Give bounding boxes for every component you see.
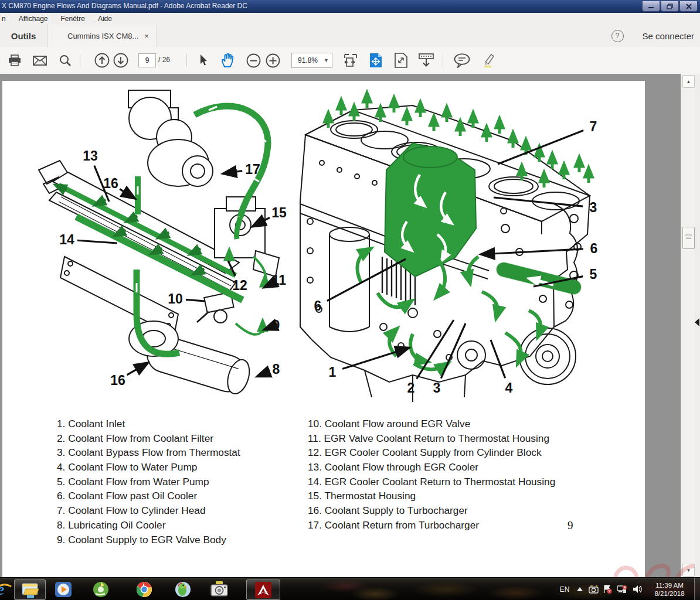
vertical-scrollbar[interactable]: ▲ ▼ xyxy=(681,74,695,577)
legend-right-column: 10. Coolant Flow around EGR Valve11. EGR… xyxy=(308,417,624,533)
zoom-in-button[interactable] xyxy=(264,52,281,69)
reading-mode-icon xyxy=(419,53,434,67)
clock-time: 11:39 AM xyxy=(648,581,691,589)
page-number-input[interactable]: 9 xyxy=(138,53,156,67)
taskbar-icon-acrobat-reader[interactable] xyxy=(246,579,280,600)
svg-text:10: 10 xyxy=(168,291,183,306)
window-titlebar[interactable]: X CM870 Engine Flows And Diagrams Manual… xyxy=(0,0,700,13)
scroll-up-button[interactable]: ▲ xyxy=(682,75,695,88)
hand-tool-button[interactable] xyxy=(219,52,237,69)
email-button[interactable] xyxy=(31,52,49,69)
svg-text:16: 16 xyxy=(103,176,118,191)
coolant-flow-diagram: 13161714151211109816736561234 xyxy=(2,81,645,416)
close-button[interactable] xyxy=(679,1,698,12)
select-tool-button[interactable] xyxy=(195,52,212,69)
legend-item: 16. Coolant Supply to Turbocharger xyxy=(308,503,624,518)
legend-item: 4. Coolant Flow to Water Pump xyxy=(57,460,303,475)
hidden-icons-button[interactable] xyxy=(573,587,586,591)
tab-close-icon[interactable]: × xyxy=(144,32,149,40)
menu-item-fenetre[interactable]: Fenêtre xyxy=(55,13,91,25)
previous-page-button[interactable] xyxy=(93,52,111,69)
svg-text:17: 17 xyxy=(245,162,260,177)
legend-left-column: 1. Coolant Inlet2. Coolant Flow from Coo… xyxy=(57,417,303,547)
taskbar-icon-chrome[interactable] xyxy=(132,579,156,599)
page-up-icon xyxy=(94,53,110,68)
fit-page-icon xyxy=(369,53,382,68)
menu-item-aide[interactable]: Aide xyxy=(91,13,118,25)
minimize-button[interactable] xyxy=(642,1,660,12)
legend-item: 10. Coolant Flow around EGR Valve xyxy=(308,417,624,431)
svg-text:13: 13 xyxy=(83,148,98,163)
svg-text:12: 12 xyxy=(232,278,247,293)
legend-item: 7. Coolant Flow to Cylinder Head xyxy=(57,503,303,518)
screenshot-tool-icon xyxy=(210,581,229,598)
taskbar-icon-media-player[interactable] xyxy=(52,579,75,599)
scroll-down-button[interactable]: ▼ xyxy=(682,564,695,577)
volume-icon[interactable] xyxy=(630,585,645,594)
fit-page-button[interactable] xyxy=(367,52,385,69)
close-icon xyxy=(686,4,692,9)
help-icon[interactable]: ? xyxy=(611,30,624,42)
menu-item-edition[interactable]: n xyxy=(0,13,12,25)
svg-text:5: 5 xyxy=(590,267,597,282)
language-indicator[interactable]: EN xyxy=(556,585,573,594)
taskbar-icon-screenshot-tool[interactable] xyxy=(208,579,231,599)
svg-text:15: 15 xyxy=(271,205,287,220)
page-total-label: / 26 xyxy=(158,53,170,66)
restore-button[interactable] xyxy=(661,1,679,12)
svg-text:e: e xyxy=(0,581,4,598)
comment-button[interactable] xyxy=(453,52,471,69)
svg-text:1: 1 xyxy=(329,364,337,380)
sign-in-link[interactable]: Se connecter xyxy=(643,31,694,41)
taskbar-icon-windows-explorer[interactable] xyxy=(14,579,46,600)
speaker-icon xyxy=(633,585,643,594)
fit-width-button[interactable] xyxy=(342,52,359,69)
acrobat-reader-icon xyxy=(254,581,272,599)
zoom-level-dropdown[interactable]: 91.8% ▼ xyxy=(291,53,332,68)
chrome-icon xyxy=(135,581,153,598)
window-title: X CM870 Engine Flows And Diagrams Manual… xyxy=(2,2,247,10)
highlight-icon xyxy=(480,53,496,68)
zoom-out-button[interactable] xyxy=(244,52,262,69)
chevron-up-icon xyxy=(577,587,583,591)
legend-item: 12. EGR Cooler Coolant Supply from Cylin… xyxy=(308,445,624,460)
show-desktop-button[interactable] xyxy=(694,578,700,600)
restore-icon xyxy=(667,4,673,9)
parrot-app-icon xyxy=(174,581,192,598)
document-area: 13161714151211109816736561234 1. Coolant… xyxy=(0,74,700,577)
media-player-icon xyxy=(55,581,72,598)
tab-document[interactable]: Cummins ISX CM8... × xyxy=(47,25,157,47)
tab-tools[interactable]: Outils xyxy=(0,25,47,47)
highlight-button[interactable] xyxy=(479,52,497,69)
tab-bar: Outils Cummins ISX CM8... × ? Se connect… xyxy=(0,25,700,47)
taskbar-icon-parrot-app[interactable] xyxy=(171,579,195,599)
menu-item-affichage[interactable]: Affichage xyxy=(12,13,55,25)
search-button[interactable] xyxy=(56,52,74,69)
taskbar-icon-internet-explorer[interactable]: e xyxy=(0,579,15,599)
legend-item: 3. Coolant Bypass Flow from Thermostat xyxy=(57,445,303,460)
svg-text:16: 16 xyxy=(110,373,125,388)
reading-mode-button[interactable] xyxy=(417,52,435,69)
print-icon xyxy=(8,54,21,66)
actual-size-button[interactable] xyxy=(392,52,410,69)
network-status-icon[interactable] xyxy=(614,585,630,594)
action-center-icon[interactable] xyxy=(600,585,614,594)
next-page-button[interactable] xyxy=(112,52,130,69)
taskbar-clock[interactable]: 11:39 AM 8/21/2018 xyxy=(648,581,691,598)
svg-text:9: 9 xyxy=(273,318,280,333)
svg-text:14: 14 xyxy=(59,232,74,247)
chevron-down-icon: ▼ xyxy=(324,57,332,63)
select-cursor-icon xyxy=(199,54,208,67)
svg-text:6: 6 xyxy=(590,241,598,256)
tray-snipping-icon[interactable] xyxy=(586,585,600,594)
panel-collapse-arrow-icon[interactable] xyxy=(695,318,699,326)
print-button[interactable] xyxy=(6,52,23,69)
pdf-page: 13161714151211109816736561234 1. Coolant… xyxy=(2,81,645,577)
svg-text:8: 8 xyxy=(273,362,280,377)
scroll-thumb[interactable] xyxy=(682,227,695,249)
svg-text:2: 2 xyxy=(407,380,415,396)
camera-tray-icon xyxy=(589,585,599,594)
hand-tool-icon xyxy=(221,53,235,68)
taskbar-icon-daemon-tools[interactable] xyxy=(89,579,113,599)
svg-text:3: 3 xyxy=(433,380,441,396)
